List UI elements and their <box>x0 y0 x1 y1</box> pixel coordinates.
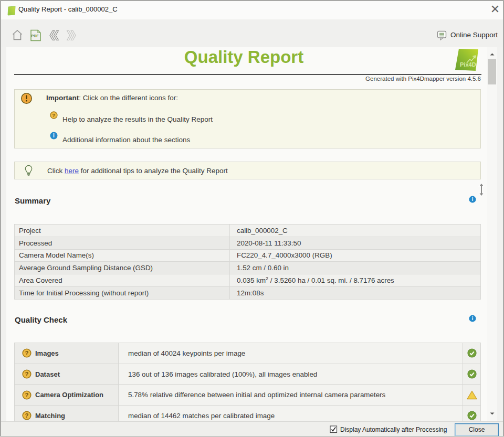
svg-text:i: i <box>472 197 474 202</box>
svg-text:i: i <box>472 316 474 321</box>
svg-text:?: ? <box>25 413 29 419</box>
svg-text:?: ? <box>25 350 29 357</box>
svg-text:?: ? <box>25 392 29 398</box>
svg-text:PDF: PDF <box>32 34 39 38</box>
svg-text:?: ? <box>52 112 56 118</box>
svg-text:?: ? <box>25 371 29 377</box>
svg-text:Pix4D: Pix4D <box>460 61 476 68</box>
svg-text:i: i <box>53 133 55 138</box>
